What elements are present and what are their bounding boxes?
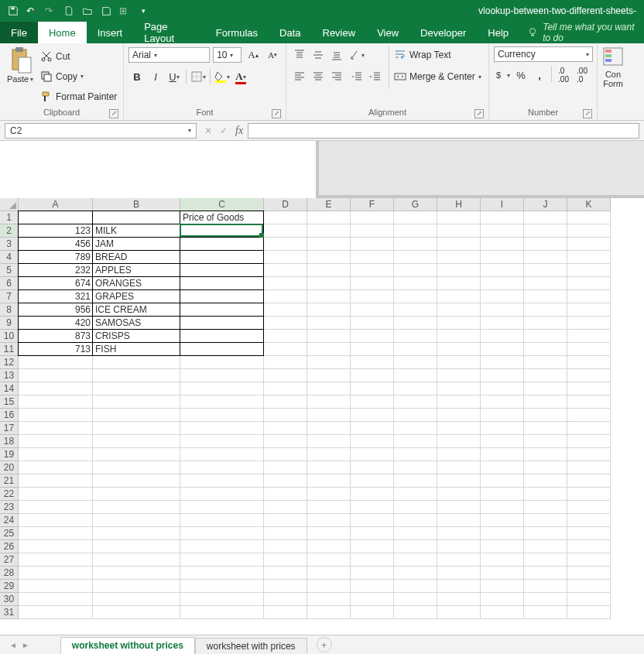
cell[interactable] <box>394 448 437 461</box>
cell-value[interactable]: MILK <box>93 224 180 238</box>
cell[interactable] <box>481 501 524 514</box>
cell[interactable] <box>351 409 394 422</box>
cell[interactable] <box>264 540 307 553</box>
cell[interactable] <box>524 251 567 264</box>
cell[interactable] <box>19 435 93 448</box>
cell[interactable] <box>180 540 264 553</box>
cell[interactable] <box>394 369 437 382</box>
row-header-1[interactable]: 1 <box>0 211 19 224</box>
row-header-28[interactable]: 28 <box>0 567 19 580</box>
cell[interactable] <box>394 501 437 514</box>
cell[interactable] <box>524 435 567 448</box>
cell[interactable] <box>481 356 524 369</box>
cell[interactable] <box>180 303 264 317</box>
cell[interactable] <box>437 211 481 224</box>
cell[interactable] <box>394 488 437 501</box>
row-header-7[interactable]: 7 <box>0 290 19 303</box>
cell[interactable] <box>437 264 481 277</box>
cell[interactable] <box>307 553 351 567</box>
cell[interactable] <box>524 540 567 553</box>
row-header-10[interactable]: 10 <box>0 330 19 343</box>
cell[interactable] <box>481 567 524 580</box>
cell[interactable] <box>180 356 264 369</box>
cell[interactable] <box>307 290 351 303</box>
undo-icon[interactable]: ↶▾ <box>23 2 40 19</box>
cell[interactable] <box>93 395 180 409</box>
cell[interactable] <box>264 435 307 448</box>
cell[interactable] <box>19 514 93 527</box>
cell[interactable] <box>93 409 180 422</box>
row-header-8[interactable]: 8 <box>0 303 19 317</box>
cell[interactable] <box>437 382 481 395</box>
cell[interactable] <box>524 303 567 317</box>
row-header-15[interactable]: 15 <box>0 395 19 409</box>
cell[interactable] <box>307 343 351 356</box>
bold-button[interactable]: B <box>128 68 146 85</box>
cell[interactable] <box>264 251 307 264</box>
cell[interactable] <box>351 553 394 567</box>
cell[interactable] <box>180 422 264 435</box>
cell[interactable] <box>307 409 351 422</box>
cell[interactable] <box>437 553 481 567</box>
cell[interactable] <box>180 277 264 290</box>
column-header-G[interactable]: G <box>394 198 437 211</box>
font-dialog-launcher[interactable]: ⤢ <box>272 109 281 118</box>
cell[interactable] <box>567 238 611 251</box>
cell[interactable] <box>567 224 611 238</box>
cell[interactable] <box>180 435 264 448</box>
tab-data[interactable]: Data <box>269 22 311 43</box>
cell[interactable] <box>481 474 524 488</box>
qat-customize-icon[interactable]: ▾ <box>135 2 152 19</box>
enter-formula-icon[interactable]: ✓ <box>220 125 228 136</box>
cell[interactable] <box>567 277 611 290</box>
align-right-icon[interactable] <box>328 68 345 85</box>
cell[interactable] <box>481 382 524 395</box>
cell[interactable] <box>351 488 394 501</box>
row-header-13[interactable]: 13 <box>0 369 19 382</box>
cell[interactable] <box>180 567 264 580</box>
column-header-H[interactable]: H <box>437 198 481 211</box>
sheet-tab-active[interactable]: worksheet without prices <box>60 637 195 655</box>
tab-page-layout[interactable]: Page Layout <box>133 22 205 43</box>
align-top-icon[interactable] <box>291 46 308 63</box>
cell[interactable] <box>567 395 611 409</box>
save2-icon[interactable] <box>98 2 115 19</box>
cell[interactable] <box>351 422 394 435</box>
cell[interactable] <box>567 474 611 488</box>
cell[interactable] <box>394 251 437 264</box>
cell[interactable] <box>93 461 180 474</box>
cell[interactable] <box>437 580 481 593</box>
cell[interactable] <box>264 369 307 382</box>
cell[interactable] <box>307 356 351 369</box>
cell[interactable] <box>481 606 524 619</box>
cell[interactable] <box>524 395 567 409</box>
cell[interactable] <box>481 395 524 409</box>
cell[interactable] <box>351 501 394 514</box>
cell[interactable] <box>567 264 611 277</box>
cell[interactable] <box>481 422 524 435</box>
cell[interactable] <box>567 567 611 580</box>
cell[interactable] <box>93 567 180 580</box>
row-header-17[interactable]: 17 <box>0 422 19 435</box>
cell[interactable] <box>93 422 180 435</box>
cell[interactable] <box>351 251 394 264</box>
cell[interactable] <box>307 461 351 474</box>
cell[interactable] <box>394 356 437 369</box>
cell[interactable] <box>93 527 180 540</box>
cell[interactable] <box>351 264 394 277</box>
cell[interactable] <box>351 593 394 606</box>
tab-home[interactable]: Home <box>38 22 87 43</box>
paste-button[interactable]: Paste▾ <box>7 74 33 84</box>
touch-icon[interactable]: ⊞▾ <box>116 2 133 19</box>
new-icon[interactable] <box>60 2 77 19</box>
cell[interactable] <box>93 514 180 527</box>
cell[interactable] <box>307 580 351 593</box>
cell[interactable] <box>567 606 611 619</box>
number-dialog-launcher[interactable]: ⤢ <box>583 109 592 118</box>
tab-formulas[interactable]: Formulas <box>205 22 269 43</box>
cell[interactable] <box>19 356 93 369</box>
cell[interactable] <box>437 474 481 488</box>
cell[interactable] <box>567 514 611 527</box>
cell[interactable] <box>93 553 180 567</box>
cell[interactable] <box>307 369 351 382</box>
